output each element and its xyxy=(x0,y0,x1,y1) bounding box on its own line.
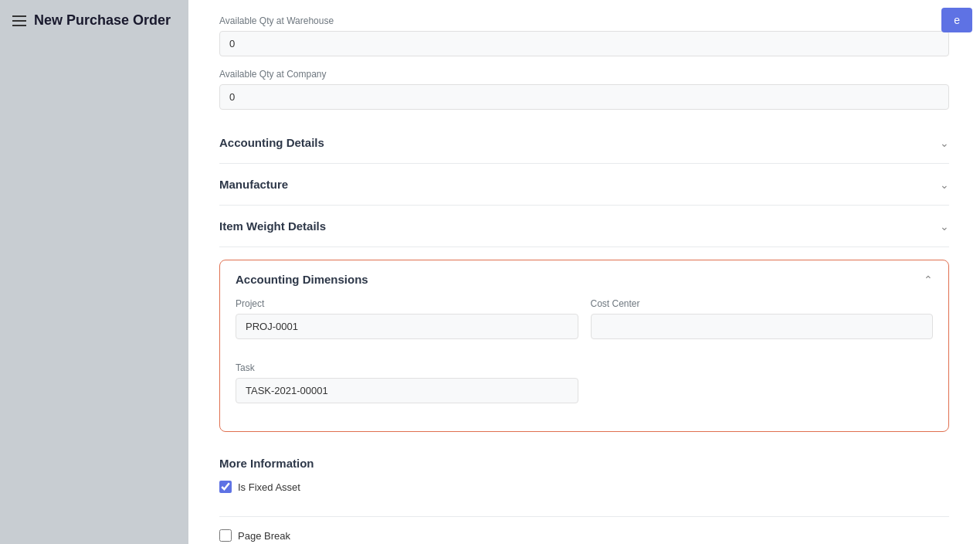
project-input[interactable] xyxy=(236,314,578,339)
manufacture-title: Manufacture xyxy=(219,178,288,191)
page-break-checkbox[interactable] xyxy=(219,529,232,542)
available-qty-warehouse-input[interactable] xyxy=(219,31,949,56)
project-group: Project xyxy=(236,298,578,339)
available-qty-company-group: Available Qty at Company xyxy=(219,69,949,110)
accounting-details-title: Accounting Details xyxy=(219,136,324,149)
available-qty-warehouse-label: Available Qty at Warehouse xyxy=(219,15,949,26)
manufacture-section[interactable]: Manufacture ⌄ xyxy=(219,164,949,206)
accounting-dimensions-chevron-up-icon: ⌃ xyxy=(924,274,933,286)
more-information-title: More Information xyxy=(219,457,949,470)
is-fixed-asset-label: Is Fixed Asset xyxy=(238,481,300,493)
accounting-details-section[interactable]: Accounting Details ⌄ xyxy=(219,122,949,164)
page-break-row: Page Break xyxy=(219,529,949,542)
accounting-dimensions-right: Cost Center xyxy=(591,298,934,416)
task-input[interactable] xyxy=(236,378,578,403)
main-panel: e Available Qty at Warehouse Available Q… xyxy=(188,0,980,544)
item-weight-details-section[interactable]: Item Weight Details ⌄ xyxy=(219,206,949,247)
available-qty-company-label: Available Qty at Company xyxy=(219,69,949,80)
cost-center-group: Cost Center xyxy=(591,298,934,339)
sidebar-header: New Purchase Order xyxy=(0,0,188,41)
project-label: Project xyxy=(236,298,578,309)
available-qty-company-input[interactable] xyxy=(219,84,949,110)
top-fields: Available Qty at Warehouse Available Qty… xyxy=(219,0,949,110)
task-label: Task xyxy=(236,362,578,373)
task-group: Task xyxy=(236,362,578,403)
cost-center-input[interactable] xyxy=(591,314,934,339)
accounting-dimensions-grid: Project Task Cost Center xyxy=(236,298,933,416)
accounting-dimensions-header[interactable]: Accounting Dimensions ⌃ xyxy=(236,273,933,286)
save-button[interactable]: e xyxy=(941,8,972,32)
cost-center-label: Cost Center xyxy=(591,298,934,309)
page-break-section: Page Break xyxy=(219,517,949,544)
accounting-dimensions-title: Accounting Dimensions xyxy=(236,273,368,286)
available-qty-warehouse-group: Available Qty at Warehouse xyxy=(219,15,949,56)
hamburger-icon[interactable] xyxy=(12,15,26,26)
is-fixed-asset-checkbox[interactable] xyxy=(219,481,232,493)
item-weight-details-chevron-down-icon: ⌄ xyxy=(940,220,949,233)
accounting-dimensions-section: Accounting Dimensions ⌃ Project Task Cos… xyxy=(219,260,949,432)
accounting-dimensions-left: Project Task xyxy=(236,298,578,416)
accounting-details-chevron-down-icon: ⌄ xyxy=(940,137,949,149)
is-fixed-asset-row: Is Fixed Asset xyxy=(219,481,949,493)
manufacture-chevron-down-icon: ⌄ xyxy=(940,178,949,191)
more-information-section: More Information Is Fixed Asset xyxy=(219,444,949,517)
page-break-label: Page Break xyxy=(238,530,290,542)
item-weight-details-title: Item Weight Details xyxy=(219,219,326,233)
sidebar: New Purchase Order xyxy=(0,0,188,544)
app-title: New Purchase Order xyxy=(34,12,171,29)
